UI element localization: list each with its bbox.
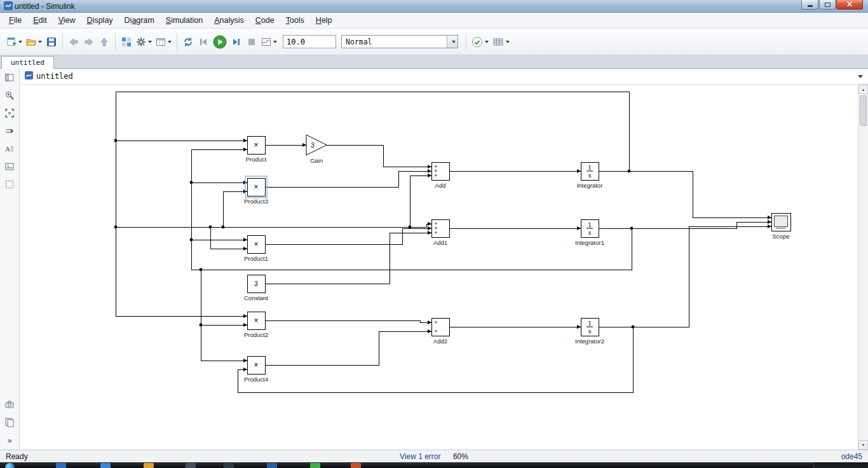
save-button[interactable] xyxy=(44,33,59,51)
zoom-icon[interactable] xyxy=(4,90,15,101)
signal-wire[interactable] xyxy=(265,171,431,187)
scroll-up-button[interactable]: ▲ xyxy=(858,85,868,94)
maximize-button[interactable] xyxy=(819,0,836,10)
block-product4[interactable]: ×Product4 xyxy=(244,356,268,383)
signal-wire[interactable] xyxy=(599,171,771,217)
block-product2[interactable]: ×Product2 xyxy=(244,312,268,338)
forward-button[interactable] xyxy=(81,33,97,51)
signal-wire[interactable] xyxy=(410,176,431,227)
signal-wire[interactable] xyxy=(238,327,633,392)
back-button[interactable] xyxy=(66,33,81,51)
library-browser-button[interactable] xyxy=(119,33,134,51)
scroll-down-button[interactable]: ▼ xyxy=(858,440,868,450)
menu-file[interactable]: File xyxy=(3,14,27,27)
block-add1[interactable]: +++Add1 xyxy=(431,219,449,246)
block-scope[interactable]: Scope xyxy=(771,213,790,240)
signal-wire[interactable] xyxy=(210,227,247,249)
step-back-button[interactable] xyxy=(196,33,211,51)
menu-analysis[interactable]: Analysis xyxy=(208,14,250,27)
block-add[interactable]: +++Add xyxy=(431,162,449,189)
minimize-button[interactable] xyxy=(801,0,818,10)
signal-wire[interactable] xyxy=(265,331,431,365)
model-advisor-button[interactable] xyxy=(470,33,491,51)
fit-to-view-icon[interactable] xyxy=(4,107,15,119)
taskbar-app-icon[interactable] xyxy=(224,463,234,468)
taskbar-tray[interactable] xyxy=(813,462,868,468)
update-diagram-button[interactable] xyxy=(180,33,196,51)
signal-wire[interactable] xyxy=(201,270,247,361)
scrollbar-thumb[interactable] xyxy=(860,95,867,126)
block-add2[interactable]: ++Add2 xyxy=(431,318,449,345)
build-button[interactable] xyxy=(491,33,512,51)
wire-junction xyxy=(209,226,212,229)
menu-tools[interactable]: Tools xyxy=(280,14,310,27)
tab-untitled[interactable]: untitled xyxy=(1,56,54,69)
new-model-button[interactable] xyxy=(4,33,24,51)
block-gain[interactable]: 3Gain xyxy=(306,135,327,164)
block-constant[interactable]: 3Constant xyxy=(244,275,268,301)
menu-code[interactable]: Code xyxy=(250,14,280,27)
taskbar-app-icon[interactable] xyxy=(310,463,320,468)
update-diagram-icon xyxy=(183,37,193,47)
area-icon[interactable] xyxy=(4,179,15,190)
hide-model-browser-button[interactable] xyxy=(4,72,15,83)
set-direction-icon[interactable] xyxy=(4,125,15,137)
view-error-link[interactable]: View 1 error xyxy=(400,452,440,461)
annotation-icon[interactable]: A xyxy=(4,143,15,155)
signal-wire[interactable] xyxy=(599,222,771,228)
signal-wire[interactable] xyxy=(116,92,629,316)
expand-palette-button[interactable]: » xyxy=(4,434,15,446)
close-button[interactable]: ✕ xyxy=(836,0,863,10)
menu-help[interactable]: Help xyxy=(310,14,338,27)
taskbar-app-icon[interactable] xyxy=(186,463,196,468)
combo-dropdown-button[interactable] xyxy=(447,36,458,48)
block-integrator1[interactable]: 1sIntegrator1 xyxy=(575,219,604,246)
svg-text:Gain: Gain xyxy=(310,157,323,164)
block-integrator[interactable]: 1sIntegrator xyxy=(577,162,603,189)
signal-wire[interactable] xyxy=(327,145,431,167)
diagram-canvas[interactable]: ×Product3Gain×Product3+++Add1sIntegrator… xyxy=(20,85,858,450)
svg-text:×: × xyxy=(254,141,258,149)
signal-wire[interactable] xyxy=(223,191,247,227)
model-configuration-button[interactable] xyxy=(134,33,154,51)
taskbar-app-icon[interactable] xyxy=(56,463,66,468)
step-forward-button[interactable] xyxy=(229,33,244,51)
vertical-scrollbar[interactable]: ▲ ▼ xyxy=(858,85,868,450)
simulation-mode-select[interactable]: Normal xyxy=(341,35,458,48)
taskbar-app-icon[interactable] xyxy=(144,463,154,468)
taskbar-app-icon[interactable] xyxy=(351,463,361,468)
signal-wire[interactable] xyxy=(116,224,431,227)
copy-view-icon[interactable] xyxy=(4,416,15,428)
run-button[interactable] xyxy=(211,33,229,51)
signal-wire[interactable] xyxy=(265,233,431,284)
simulation-data-inspector-button[interactable] xyxy=(259,33,279,51)
chevron-down-icon xyxy=(485,41,489,43)
stop-time-input[interactable] xyxy=(283,35,336,48)
breadcrumb-dropdown-icon[interactable] xyxy=(858,75,863,78)
breadcrumb-label[interactable]: untitled xyxy=(36,72,73,81)
wire-junction xyxy=(630,227,634,230)
menu-view[interactable]: View xyxy=(53,14,81,27)
signal-wire[interactable] xyxy=(265,320,431,322)
open-button[interactable] xyxy=(24,33,44,51)
menu-display[interactable]: Display xyxy=(81,14,119,27)
viewmarks-icon[interactable] xyxy=(4,399,15,410)
model-explorer-button[interactable] xyxy=(154,33,173,51)
block-integrator2[interactable]: 1sIntegrator2 xyxy=(575,318,604,345)
signal-wire[interactable] xyxy=(599,226,771,327)
image-icon[interactable] xyxy=(4,161,15,172)
block-product3[interactable]: ×Product3 xyxy=(244,176,268,205)
start-orb-icon[interactable] xyxy=(5,463,15,468)
block-product1[interactable]: ×Product1 xyxy=(244,235,268,262)
up-to-parent-button[interactable] xyxy=(97,33,112,51)
taskbar-app-icon[interactable] xyxy=(100,463,111,468)
block-product[interactable]: ×Product xyxy=(246,136,267,163)
menu-edit[interactable]: Edit xyxy=(27,14,53,27)
svg-text:×: × xyxy=(254,240,258,249)
menu-simulation[interactable]: Simulation xyxy=(160,14,208,27)
wire-junction xyxy=(114,226,118,229)
taskbar-app-icon[interactable] xyxy=(267,463,277,468)
stop-button[interactable] xyxy=(244,33,259,51)
menu-diagram[interactable]: Diagram xyxy=(119,14,160,27)
signal-wire[interactable] xyxy=(265,228,431,244)
